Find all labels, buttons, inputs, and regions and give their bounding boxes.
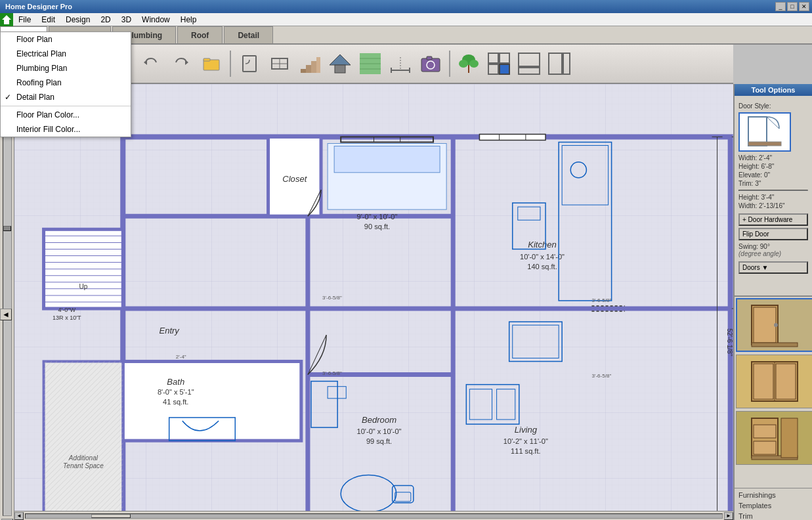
svg-rect-85 [518,207,540,220]
menu-window[interactable]: Window [137,14,175,26]
menu-edit[interactable]: Edit [36,14,60,26]
menu-electrical-plan[interactable]: Electrical Plan [1,47,131,61]
door-thumb-3[interactable] [736,411,812,465]
toolbar-window[interactable] [265,49,294,78]
svg-rect-110 [497,389,515,420]
toolbar-stairs[interactable] [295,49,324,78]
menu-file[interactable]: File [13,14,36,26]
svg-rect-153 [754,441,776,454]
svg-point-28 [469,60,479,68]
menu-interior-fill-color[interactable]: Interior Fill Color... [1,122,131,137]
svg-rect-32 [488,64,498,74]
tab-roof[interactable]: Roof [177,26,223,43]
titlebar-title: Home Designer Pro [3,3,72,11]
svg-rect-37 [563,53,570,74]
menu-plumbing-plan[interactable]: Plumbing Plan [1,61,131,76]
svg-rect-149 [754,364,773,399]
svg-rect-35 [519,68,540,74]
svg-rect-5 [243,56,256,72]
svg-text:111 sq.ft.: 111 sq.ft. [511,447,540,455]
category-templates[interactable]: Templates [735,500,812,511]
scroll-right-button[interactable]: ► [724,512,733,520]
svg-text:10'-2" x 11'-0": 10'-2" x 11'-0" [503,437,548,445]
svg-rect-31 [500,53,509,63]
svg-rect-34 [519,53,540,66]
category-furnishings[interactable]: Furnishings [735,490,812,500]
scroll-left-button[interactable]: ◄ [14,512,24,520]
toolbar-texture[interactable] [356,49,385,78]
svg-rect-142 [748,142,781,146]
toolbar [131,45,733,84]
toolbar-camera[interactable] [416,49,445,78]
toolbar-view3[interactable] [545,49,574,78]
floor-plan: Up 4'-0"W 13R x 10'T Closet Bedroom 9'-0… [14,84,733,520]
dropdown-separator [1,106,131,106]
svg-marker-13 [330,54,351,65]
svg-text:3'-6-5/8": 3'-6-5/8" [322,295,342,301]
svg-rect-103 [395,492,411,502]
toolbar-dimension[interactable] [386,49,415,78]
toolbar-redo[interactable] [167,49,196,78]
svg-text:3'-6-5/8": 3'-6-5/8" [322,370,342,376]
svg-text:52'-6 1/8": 52'-6 1/8" [726,328,733,357]
svg-rect-10 [306,65,311,73]
height2-label: Height: 3'-4" [738,194,808,201]
toolbar-open-folder[interactable] [197,49,226,78]
menu-design[interactable]: Design [60,14,95,26]
svg-rect-25 [427,56,432,60]
svg-marker-0 [2,15,11,24]
svg-rect-146 [752,343,798,347]
menu-help[interactable]: Help [175,14,202,26]
titlebar-controls[interactable]: _ □ ✕ [775,2,809,11]
toolbar-plant[interactable] [454,49,483,78]
toolbar-roof[interactable] [326,49,354,78]
door-style-label: Door Style: [738,102,808,110]
svg-rect-12 [316,57,320,73]
menu-roofing-plan[interactable]: Roofing Plan [1,76,131,90]
svg-text:Entry: Entry [159,326,180,336]
doors-section [735,295,812,488]
toolbar-door[interactable] [235,49,264,78]
tab-detail[interactable]: Detail [224,26,273,43]
toolbar-sep2 [449,51,450,77]
menu-2d[interactable]: 2D [95,14,116,26]
svg-text:140 sq.ft.: 140 sq.ft. [527,263,557,271]
toolbar-view1[interactable] [484,49,513,78]
toolbar-undo[interactable] [137,49,165,78]
scroll-left-indicator[interactable]: ◄ [0,309,12,320]
bottom-scrollbar[interactable]: ◄ ► [14,511,733,520]
svg-rect-9 [301,69,306,73]
svg-line-104 [308,335,326,374]
toolbar-view2[interactable] [515,49,544,78]
width2-label: Width: 2'-13/16" [738,202,808,209]
door-preview[interactable] [738,112,791,152]
svg-point-145 [774,323,778,327]
svg-text:9'-0" x 10'-0": 9'-0" x 10'-0" [357,213,398,221]
height-label: Height: 6'-8" [738,163,808,170]
door-thumb-2[interactable] [736,355,812,408]
maximize-button[interactable]: □ [787,2,798,11]
menu-3d[interactable]: 3D [116,14,137,26]
doors-dropdown-button[interactable]: Doors ▼ [738,261,808,274]
door-hardware-button[interactable]: + Door Hardware [738,213,808,226]
main-area: + - ◄ [0,84,812,520]
svg-rect-140 [748,117,767,146]
scroll-track[interactable] [25,513,723,519]
menu-floor-plan[interactable]: Floor Plan [1,32,131,47]
svg-rect-4 [203,58,210,61]
svg-point-27 [459,60,468,68]
flip-door-button[interactable]: Flip Door [738,228,808,240]
minimize-button[interactable]: _ [775,2,786,11]
bottom-categories: Furnishings Templates Trim Materials [735,488,812,520]
door-thumb-1[interactable] [736,298,812,352]
menu-detail-plan[interactable]: Detail Plan [1,90,131,104]
svg-rect-155 [781,418,798,458]
svg-text:41 sq.ft.: 41 sq.ft. [163,398,188,406]
canvas-area[interactable]: Up 4'-0"W 13R x 10'T Closet Bedroom 9'-0… [14,84,733,520]
svg-rect-128 [479,134,545,140]
floor-dropdown-menu: Floor Plan Electrical Plan Plumbing Plan… [0,32,131,137]
menu-floor-color[interactable]: Floor Plan Color... [1,108,131,122]
category-trim[interactable]: Trim [735,511,812,520]
close-button[interactable]: ✕ [799,2,809,11]
svg-rect-36 [549,53,562,74]
